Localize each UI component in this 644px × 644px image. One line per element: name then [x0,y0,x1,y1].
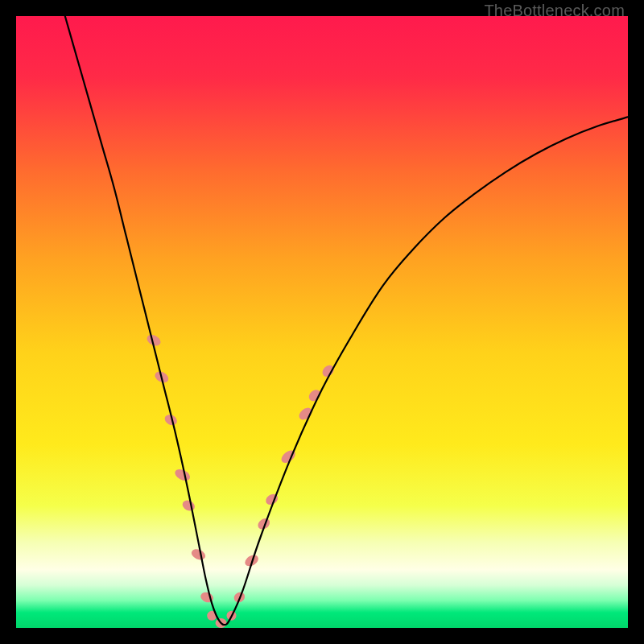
bottleneck-curve [65,16,628,625]
curve-marker [180,498,196,513]
curve-marker [307,387,323,403]
curve-layer [16,16,628,628]
chart-frame: TheBottleneck.com [0,0,644,644]
curve-marker [297,406,315,423]
plot-area [16,16,628,628]
curve-marker [173,467,192,483]
curve-marker [190,547,207,562]
watermark-text: TheBottleneck.com [484,2,625,20]
curve-markers [145,332,336,628]
